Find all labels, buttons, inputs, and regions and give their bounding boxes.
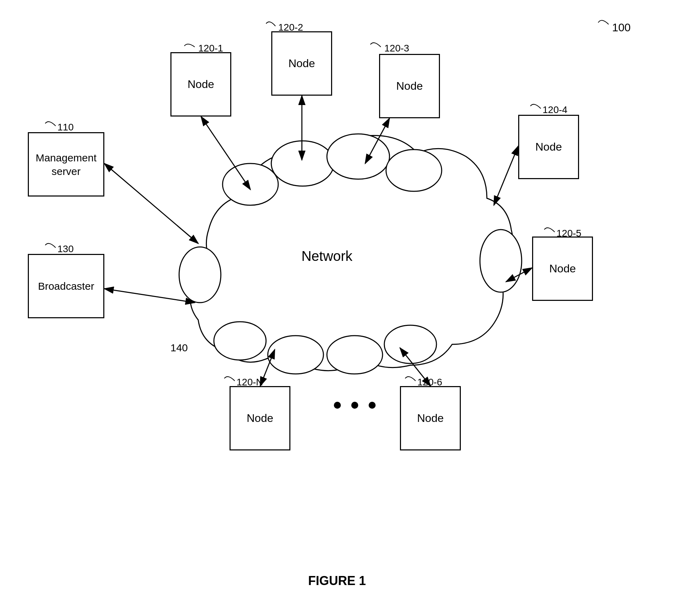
svg-point-1 xyxy=(223,163,278,205)
svg-line-17 xyxy=(494,146,518,205)
svg-line-22 xyxy=(104,289,195,303)
svg-line-16 xyxy=(365,118,390,163)
node-2-box: Node xyxy=(271,31,332,96)
svg-line-20 xyxy=(260,350,275,386)
network-label: Network xyxy=(302,248,353,264)
node-n-label: Node xyxy=(247,411,273,426)
svg-point-23 xyxy=(334,402,341,409)
svg-text:130: 130 xyxy=(57,243,74,254)
svg-point-9 xyxy=(179,247,221,303)
node-6-box: Node xyxy=(400,386,461,450)
svg-point-7 xyxy=(327,336,383,374)
svg-point-4 xyxy=(386,150,442,191)
svg-point-8 xyxy=(384,325,436,363)
node-6-label: Node xyxy=(417,411,444,426)
node-3-label: Node xyxy=(396,79,423,94)
node-1-label: Node xyxy=(187,77,214,92)
figure-caption: FIGURE 1 xyxy=(0,574,674,588)
svg-text:110: 110 xyxy=(57,122,74,133)
node-5-box: Node xyxy=(532,237,593,301)
broadcaster-box: Broadcaster xyxy=(28,254,104,318)
svg-point-6 xyxy=(268,336,323,374)
node-4-label: Node xyxy=(535,140,562,154)
svg-line-21 xyxy=(104,163,198,243)
svg-point-24 xyxy=(351,402,358,409)
svg-text:100: 100 xyxy=(612,21,631,34)
svg-line-18 xyxy=(506,268,532,282)
broadcaster-label: Broadcaster xyxy=(38,279,94,293)
svg-text:120-4: 120-4 xyxy=(543,104,568,115)
management-server-label: Managementserver xyxy=(35,151,96,178)
node-1-box: Node xyxy=(170,52,231,117)
svg-point-3 xyxy=(327,134,390,179)
node-3-box: Node xyxy=(379,54,440,118)
node-2-label: Node xyxy=(288,56,315,71)
node-5-label: Node xyxy=(549,262,576,276)
cloud-shape xyxy=(179,134,522,374)
svg-line-19 xyxy=(400,348,431,386)
svg-point-2 xyxy=(271,141,334,186)
node-4-box: Node xyxy=(518,115,579,179)
node-n-box: Node xyxy=(230,386,290,450)
svg-point-10 xyxy=(480,230,522,292)
svg-line-14 xyxy=(201,117,250,190)
svg-text:140: 140 xyxy=(170,342,188,353)
svg-point-5 xyxy=(214,322,266,360)
svg-point-25 xyxy=(369,402,376,409)
management-server-box: Managementserver xyxy=(28,132,104,197)
svg-text:120-3: 120-3 xyxy=(384,43,409,54)
diagram-container: 100 Network 140 xyxy=(0,0,674,616)
